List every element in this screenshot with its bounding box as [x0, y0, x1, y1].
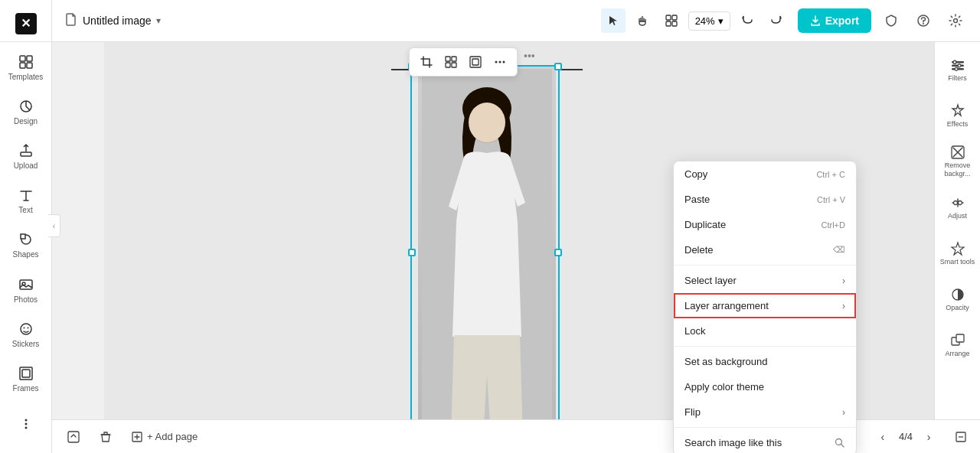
paste-shortcut: Ctrl + V [817, 195, 845, 204]
app-logo[interactable]: ✕ [15, 13, 37, 34]
svg-rect-52 [68, 432, 79, 442]
sidebar-item-text[interactable]: Text [0, 178, 52, 223]
add-page-button[interactable]: + Add page [126, 428, 204, 445]
prev-page-button[interactable]: ‹ [873, 427, 893, 447]
header-right: Export [798, 8, 968, 33]
document-title[interactable]: Untitled image [83, 15, 152, 27]
text-icon [18, 187, 34, 204]
duplicate-shortcut: Ctrl+D [822, 220, 845, 230]
right-tool-opacity[interactable]: Opacity [936, 278, 979, 321]
menu-select-layer[interactable]: Select layer › [674, 268, 856, 293]
collapse-sidebar-button[interactable]: ‹ [48, 214, 60, 237]
sidebar-item-more[interactable] [0, 401, 52, 447]
photos-icon [18, 276, 34, 293]
right-tool-effects[interactable]: Effects [936, 94, 979, 137]
duplicate-label: Duplicate [684, 219, 726, 230]
undo-button[interactable] [735, 8, 760, 33]
lock-label: Lock [684, 325, 705, 337]
menu-lock[interactable]: Lock [674, 318, 856, 344]
mask-button[interactable] [465, 51, 486, 73]
stickers-label: Stickers [12, 340, 40, 348]
shield-button[interactable] [879, 8, 903, 33]
sidebar-item-design[interactable]: Design [0, 90, 52, 134]
divider-1 [674, 265, 856, 266]
smart-tools-icon [950, 241, 965, 256]
svg-point-24 [954, 19, 958, 23]
crop-button[interactable] [416, 51, 437, 73]
title-chevron[interactable]: ▾ [156, 15, 161, 26]
menu-apply-color[interactable]: Apply color theme [674, 374, 856, 399]
right-tool-arrange[interactable]: Arrange [936, 324, 979, 367]
menu-search-image[interactable]: Search image like this [674, 430, 856, 453]
right-tool-adjust[interactable]: Adjust [936, 186, 979, 229]
menu-copy[interactable]: Copy Ctrl + C [674, 161, 856, 187]
svg-point-36 [495, 61, 498, 64]
upload-label: Upload [14, 161, 38, 170]
sidebar-item-templates[interactable]: Templates [0, 45, 52, 90]
templates-label: Templates [8, 73, 44, 81]
floating-toolbar [409, 47, 518, 77]
sidebar-item-shapes[interactable]: Shapes [0, 223, 52, 267]
select-tool-button[interactable] [601, 8, 626, 33]
settings-button[interactable] [943, 8, 968, 33]
right-tool-smart[interactable]: Smart tools [936, 232, 979, 275]
page-more-button[interactable]: ••• [524, 50, 535, 62]
zoom-value: 24% [695, 15, 715, 27]
zoom-control[interactable]: 24% ▾ [688, 11, 730, 31]
grid-button[interactable] [440, 51, 462, 73]
right-tool-filters[interactable]: Filters [936, 48, 979, 91]
svg-rect-14 [22, 370, 30, 377]
menu-paste[interactable]: Paste Ctrl + V [674, 187, 856, 212]
text-label: Text [18, 206, 32, 214]
sidebar-bottom [0, 401, 52, 447]
select-layer-label: Select layer [684, 275, 737, 286]
menu-flip[interactable]: Flip › [674, 399, 856, 425]
menu-delete[interactable]: Delete ⌫ [674, 237, 856, 262]
frames-icon [18, 365, 34, 382]
design-label: Design [14, 117, 38, 125]
frames-label: Frames [13, 384, 39, 393]
svg-point-23 [923, 23, 924, 24]
handle-ml[interactable] [408, 249, 416, 256]
canvas-area[interactable]: Page 4 ••• [104, 42, 980, 453]
sidebar-item-stickers[interactable]: Stickers [0, 312, 52, 357]
opacity-label: Opacity [946, 304, 969, 312]
remove-bg-label: Remove backgr... [936, 161, 979, 178]
svg-rect-8 [20, 280, 32, 289]
flip-arrow: › [842, 407, 845, 418]
delete-button[interactable] [93, 425, 118, 449]
svg-rect-0 [20, 56, 25, 61]
expand-button[interactable] [951, 427, 971, 447]
design-icon [18, 98, 34, 115]
hand-tool-button[interactable] [630, 8, 655, 33]
sidebar-item-photos[interactable]: Photos [0, 267, 52, 311]
svg-point-38 [503, 61, 505, 64]
restore-button[interactable] [61, 425, 86, 449]
right-tool-remove-bg[interactable]: Remove backgr... [936, 140, 979, 183]
svg-rect-21 [672, 21, 677, 26]
svg-point-44 [958, 64, 961, 67]
adjust-label: Adjust [948, 212, 967, 220]
svg-point-37 [499, 61, 501, 64]
layout-tool-button[interactable] [659, 8, 684, 33]
menu-set-background[interactable]: Set as background [674, 349, 856, 374]
svg-rect-32 [446, 63, 450, 67]
next-page-button[interactable]: › [919, 427, 939, 447]
layer-arrangement-label: Layer arrangement [684, 300, 769, 311]
menu-layer-arrangement[interactable]: Layer arrangement › [674, 293, 856, 318]
sidebar-item-frames[interactable]: Frames [0, 357, 52, 401]
help-button[interactable] [911, 8, 936, 33]
shapes-icon [18, 231, 34, 248]
more-button[interactable] [489, 51, 511, 73]
set-background-label: Set as background [684, 356, 767, 367]
copy-shortcut: Ctrl + C [816, 170, 845, 179]
canvas-image-element[interactable] [418, 65, 556, 440]
copy-label: Copy [684, 168, 707, 180]
sidebar-item-upload[interactable]: Upload [0, 134, 52, 178]
menu-duplicate[interactable]: Duplicate Ctrl+D [674, 212, 856, 237]
redo-button[interactable] [764, 8, 789, 33]
export-button[interactable]: Export [798, 8, 871, 33]
svg-rect-51 [956, 334, 964, 342]
upload-icon [18, 142, 34, 159]
delete-shortcut: ⌫ [833, 245, 845, 255]
